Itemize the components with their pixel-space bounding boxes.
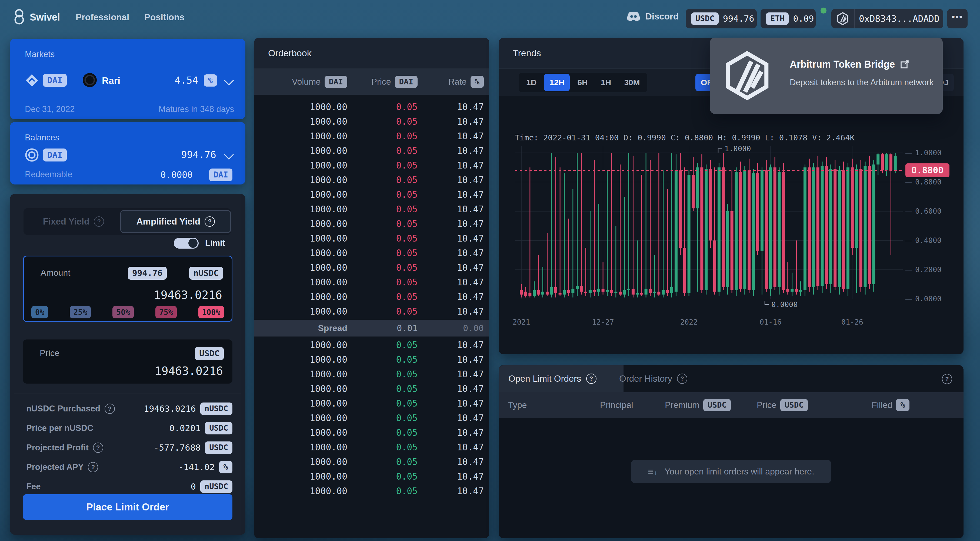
- percent-chip-75[interactable]: 75%: [155, 306, 177, 318]
- orderbook-row-bid[interactable]: 1000.000.0510.47: [254, 469, 489, 484]
- orderbook-row-bid[interactable]: 1000.000.0510.47: [254, 381, 489, 396]
- orderbook-row-bid[interactable]: 1000.000.0510.47: [254, 440, 489, 455]
- percent-chip-0[interactable]: 0%: [31, 306, 48, 318]
- trade-panel: Fixed Yield ? Amplified Yield ? Limit Am…: [10, 194, 245, 535]
- interval-button-30m[interactable]: 30M: [619, 74, 645, 91]
- info-icon[interactable]: ?: [677, 373, 687, 384]
- arbitrum-bridge-tooltip[interactable]: Arbitrum Token Bridge Deposit tokens to …: [710, 38, 943, 114]
- amount-token-badge[interactable]: nUSDC: [189, 267, 223, 280]
- discord-icon: [627, 11, 641, 22]
- percent-chip-50[interactable]: 50%: [113, 306, 134, 318]
- orderbook-row-ask[interactable]: 1000.000.0510.47: [254, 231, 489, 246]
- orderbook-row-ask[interactable]: 1000.000.0510.47: [254, 275, 489, 289]
- orderbook-row-ask[interactable]: 1000.000.0510.47: [254, 187, 489, 202]
- row-volume: 1000.00: [259, 131, 347, 142]
- percent-chip-100[interactable]: 100%: [198, 306, 224, 318]
- orderbook-row-ask[interactable]: 1000.000.0510.47: [254, 129, 489, 144]
- row-rate: 10.47: [418, 189, 484, 200]
- market-token-badge: DAI: [43, 74, 67, 87]
- tab-fixed-yield[interactable]: Fixed Yield ?: [24, 208, 124, 235]
- summary-label: Price per nUSDC: [26, 423, 93, 433]
- info-icon[interactable]: ?: [88, 462, 98, 472]
- orderbook-row-bid[interactable]: 1000.000.0510.47: [254, 352, 489, 367]
- nav-link-positions[interactable]: Positions: [144, 12, 185, 22]
- row-rate: 10.47: [418, 292, 484, 302]
- row-rate: 10.47: [418, 160, 484, 171]
- orderbook-row-bid[interactable]: 1000.000.0510.47: [254, 411, 489, 425]
- row-price: 0.05: [347, 248, 418, 259]
- spread-rate: 0.00: [418, 323, 484, 333]
- info-icon[interactable]: ?: [94, 216, 104, 227]
- orderbook-row-ask[interactable]: 1000.000.0510.47: [254, 99, 489, 114]
- orderbook-row-ask[interactable]: 1000.000.0510.47: [254, 289, 489, 304]
- candlestick-chart[interactable]: 1.00000.0000: [515, 140, 903, 315]
- balances-card[interactable]: Balances DAI 994.76 Redeemable 0.0000 DA…: [10, 122, 245, 185]
- usdc-balance-pill[interactable]: USDC 994.76: [686, 9, 757, 29]
- summary-label: nUSDC Purchased: [26, 404, 100, 413]
- row-volume: 1000.00: [259, 102, 347, 112]
- row-price: 0.05: [347, 277, 418, 287]
- discord-label: Discord: [645, 11, 679, 22]
- markets-card[interactable]: Markets DAI Rari 4.54 % Dec 31, 2022 Mat…: [10, 39, 245, 119]
- external-link-icon[interactable]: [900, 60, 909, 69]
- orderbook-row-ask[interactable]: 1000.000.0510.47: [254, 158, 489, 172]
- orderbook-row-bid[interactable]: 1000.000.0510.47: [254, 338, 489, 352]
- info-icon[interactable]: ?: [105, 404, 115, 414]
- limit-toggle[interactable]: [174, 238, 199, 249]
- orderbook-row-bid[interactable]: 1000.000.0510.47: [254, 455, 489, 469]
- interval-button-6h[interactable]: 6H: [572, 74, 593, 91]
- info-icon[interactable]: ?: [586, 373, 597, 384]
- orderbook-row-ask[interactable]: 1000.000.0510.47: [254, 202, 489, 216]
- row-price: 0.05: [347, 428, 418, 438]
- orders-col-filled: Filled%: [872, 392, 910, 418]
- amount-value[interactable]: 19463.0216: [154, 288, 222, 302]
- amount-input-box[interactable]: Amount 994.76 nUSDC 19463.0216 0%25%50%7…: [23, 255, 232, 322]
- help-icon[interactable]: ?: [942, 374, 952, 384]
- discord-button[interactable]: Discord: [627, 11, 679, 22]
- info-icon[interactable]: ?: [93, 442, 103, 453]
- chevron-down-icon[interactable]: [224, 150, 234, 160]
- row-volume: 1000.00: [259, 248, 347, 259]
- wallet-button[interactable]: 0xD8343...ADADD: [831, 9, 943, 29]
- redeemable-value: 0.0000: [161, 169, 193, 180]
- orderbook-row-bid[interactable]: 1000.000.0510.47: [254, 367, 489, 381]
- percent-chip-25[interactable]: 25%: [70, 306, 91, 318]
- orderbook-row-ask[interactable]: 1000.000.0510.47: [254, 144, 489, 158]
- amount-balance-badge[interactable]: 994.76: [128, 267, 167, 280]
- col-label: Premium: [665, 400, 700, 410]
- overflow-menu-button[interactable]: •••: [947, 9, 967, 29]
- chevron-down-icon[interactable]: [224, 76, 234, 86]
- orderbook-row-bid[interactable]: 1000.000.0510.47: [254, 396, 489, 411]
- row-rate: 10.47: [418, 369, 484, 380]
- orderbook-row-ask[interactable]: 1000.000.0510.47: [254, 114, 489, 129]
- orderbook-row-ask[interactable]: 1000.000.0510.47: [254, 172, 489, 187]
- orderbook-row-ask[interactable]: 1000.000.0510.47: [254, 304, 489, 319]
- row-rate: 10.47: [418, 486, 484, 496]
- price-token-badge: USDC: [195, 347, 224, 360]
- row-volume: 1000.00: [259, 442, 347, 453]
- info-icon[interactable]: ?: [205, 216, 215, 227]
- row-rate: 10.47: [418, 175, 484, 185]
- nav-link-professional[interactable]: Professional: [76, 12, 129, 22]
- markets-title: Markets: [25, 49, 55, 59]
- orderbook-row-ask[interactable]: 1000.000.0510.47: [254, 216, 489, 231]
- interval-button-1d[interactable]: 1D: [521, 74, 542, 91]
- interval-button-1h[interactable]: 1H: [595, 74, 616, 91]
- orderbook-row-ask[interactable]: 1000.000.0510.47: [254, 260, 489, 275]
- col-label: Filled: [872, 400, 892, 410]
- orderbook-row-bid[interactable]: 1000.000.0510.47: [254, 484, 489, 498]
- summary-value: -141.02: [178, 462, 215, 472]
- row-price: 0.05: [347, 131, 418, 142]
- arbitrum-logo-icon: [725, 51, 770, 101]
- eth-balance-pill[interactable]: ETH 0.09: [760, 9, 816, 29]
- interval-button-12h[interactable]: 12H: [544, 74, 570, 91]
- orderbook-row-ask[interactable]: 1000.000.0510.47: [254, 246, 489, 260]
- place-limit-order-button[interactable]: Place Limit Order: [23, 494, 232, 520]
- price-value[interactable]: 19463.0216: [154, 364, 223, 378]
- price-input-box[interactable]: Price USDC 19463.0216: [23, 340, 232, 383]
- tab-order-history[interactable]: Order History ?: [609, 365, 697, 392]
- row-volume: 1000.00: [259, 116, 347, 127]
- tab-open-limit-orders[interactable]: Open Limit Orders ?: [499, 365, 624, 392]
- orderbook-row-bid[interactable]: 1000.000.0510.47: [254, 425, 489, 440]
- tab-amplified-yield[interactable]: Amplified Yield ?: [120, 210, 231, 233]
